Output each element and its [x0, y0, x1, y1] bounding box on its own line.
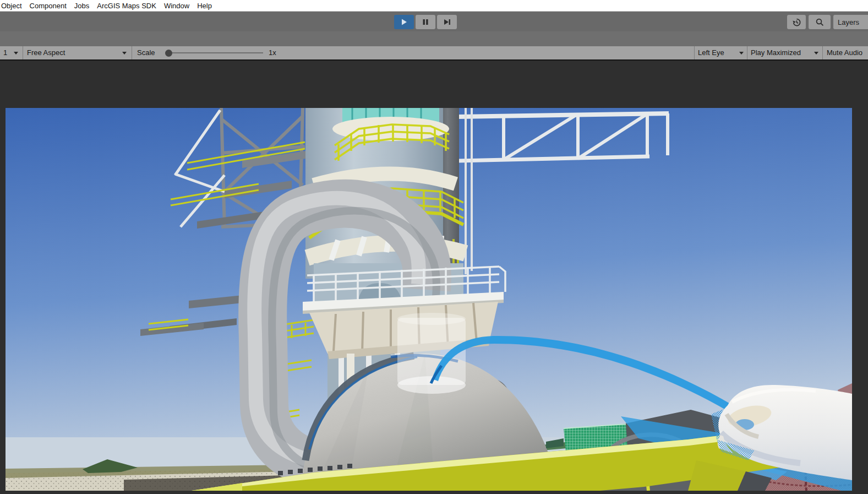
- play-button[interactable]: [394, 15, 414, 29]
- chevron-down-icon: [739, 52, 744, 55]
- undo-history-icon: [792, 18, 801, 27]
- separator: [747, 46, 747, 59]
- search-button[interactable]: [809, 15, 831, 29]
- play-maximized-dropdown[interactable]: Play Maximized: [751, 48, 801, 57]
- menu-item-arcgis-maps-sdk[interactable]: ArcGIS Maps SDK: [93, 2, 160, 10]
- separator: [822, 46, 823, 59]
- menu-item-window[interactable]: Window: [160, 2, 193, 10]
- search-icon: [815, 18, 825, 27]
- chevron-down-icon: [122, 52, 127, 55]
- aspect-dropdown[interactable]: Free Aspect: [27, 48, 65, 57]
- undo-history-button[interactable]: [787, 15, 806, 29]
- scale-value: 1x: [269, 48, 276, 57]
- layers-label: Layers: [838, 18, 859, 26]
- play-icon: [400, 18, 408, 26]
- separator: [132, 46, 132, 59]
- main-toolbar: Layers: [0, 11, 868, 31]
- menu-item-object[interactable]: Object: [1, 2, 26, 10]
- menu-item-component[interactable]: Component: [26, 2, 70, 10]
- display-dropdown[interactable]: 1: [3, 48, 7, 57]
- step-icon: [443, 18, 451, 26]
- separator: [694, 46, 695, 59]
- left-eye-dropdown[interactable]: Left Eye: [698, 48, 724, 57]
- play-controls: [394, 15, 457, 29]
- game-render[interactable]: [6, 108, 852, 491]
- scale-label: Scale: [137, 48, 155, 57]
- pause-icon: [422, 18, 429, 26]
- pause-button[interactable]: [416, 15, 435, 29]
- chevron-down-icon: [814, 52, 818, 55]
- layers-dropdown[interactable]: Layers: [833, 15, 868, 29]
- scale-slider-knob[interactable]: [165, 50, 172, 57]
- toolbar-strip: [0, 31, 868, 46]
- game-view-area: [0, 61, 868, 494]
- vr-scene: [6, 108, 852, 491]
- menu-bar: Object Component Jobs ArcGIS Maps SDK Wi…: [0, 0, 868, 11]
- step-button[interactable]: [437, 15, 457, 29]
- scale-slider-track[interactable]: [165, 52, 263, 53]
- menu-item-jobs[interactable]: Jobs: [70, 2, 93, 10]
- mute-audio-toggle[interactable]: Mute Audio: [827, 48, 862, 57]
- chevron-down-icon: [14, 52, 18, 55]
- menu-item-help[interactable]: Help: [193, 2, 216, 10]
- game-view-toolbar: 1 Free Aspect Scale 1x Left Eye Play Max…: [0, 46, 868, 61]
- unity-editor-window: Object Component Jobs ArcGIS Maps SDK Wi…: [0, 0, 868, 494]
- separator: [23, 46, 23, 59]
